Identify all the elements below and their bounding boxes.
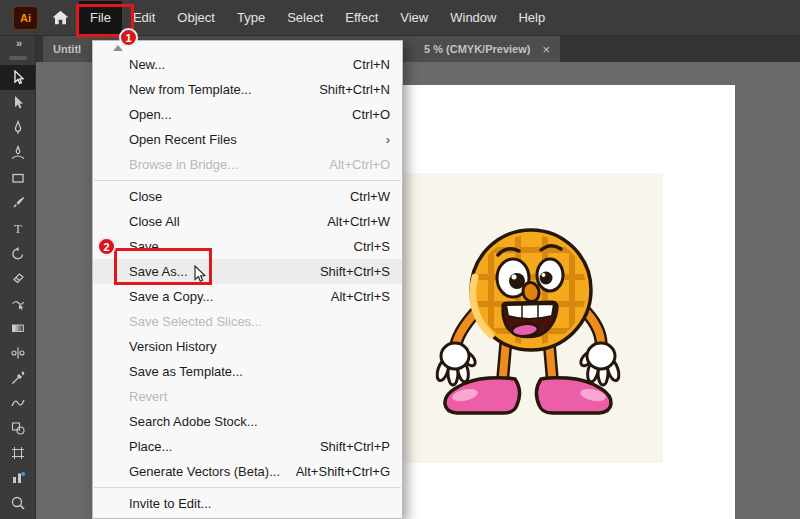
menu-item-label: Version History xyxy=(129,339,216,354)
pen-tool-icon[interactable] xyxy=(0,115,35,140)
menubar-item-effect[interactable]: Effect xyxy=(334,1,389,34)
selection-tool-icon[interactable] xyxy=(0,65,35,90)
direct-selection-tool-icon[interactable] xyxy=(0,90,35,115)
tab-close-icon[interactable]: × xyxy=(542,42,550,57)
menu-item-shortcut: Ctrl+N xyxy=(353,57,390,72)
menubar-item-help[interactable]: Help xyxy=(507,1,556,34)
shaper-tool-icon[interactable] xyxy=(0,290,35,315)
menu-item-open-recent-files[interactable]: Open Recent Files› xyxy=(93,127,402,152)
menubar-item-view[interactable]: View xyxy=(389,1,439,34)
menu-item-shortcut: Alt+Ctrl+S xyxy=(331,289,390,304)
rotate-tool-icon[interactable] xyxy=(0,240,35,265)
menu-item-label: Save a Copy... xyxy=(129,289,213,304)
type-tool-icon[interactable]: T xyxy=(0,215,35,240)
menu-item-save-as-template[interactable]: Save as Template... xyxy=(93,359,402,384)
annotation-step-2-badge: 2 xyxy=(97,237,116,256)
menu-item-save-a-copy[interactable]: Save a Copy...Alt+Ctrl+S xyxy=(93,284,402,309)
menu-item-label: Close All xyxy=(129,214,180,229)
mouse-cursor-icon xyxy=(191,265,208,288)
menubar-item-type[interactable]: Type xyxy=(226,1,276,34)
menu-separator xyxy=(94,180,401,181)
menu-item-shortcut: Shift+Ctrl+S xyxy=(320,264,390,279)
waffle-character-image[interactable] xyxy=(403,173,663,463)
rectangle-tool-icon[interactable] xyxy=(0,165,35,190)
paintbrush-tool-icon[interactable] xyxy=(0,190,35,215)
menu-item-shortcut: Ctrl+S xyxy=(354,239,390,254)
menu-item-close[interactable]: CloseCtrl+W xyxy=(93,184,402,209)
menu-item-shortcut: Shift+Ctrl+P xyxy=(320,439,390,454)
file-menu-items: New...Ctrl+NNew from Template...Shift+Ct… xyxy=(93,52,402,519)
menu-item-open[interactable]: Open...Ctrl+O xyxy=(93,102,402,127)
tools-panel: » T xyxy=(0,36,36,519)
menu-item-shortcut: Ctrl+O xyxy=(352,107,390,122)
menu-item-label: Generate Vectors (Beta)... xyxy=(129,464,280,479)
gradient-tool-icon[interactable] xyxy=(0,315,35,340)
menu-item-label: Close xyxy=(129,189,162,204)
menu-item-label: Invite to Edit... xyxy=(129,496,211,511)
menu-item-shortcut: Alt+Shift+Ctrl+G xyxy=(296,464,390,479)
menu-item-shortcut: Alt+Ctrl+O xyxy=(329,157,390,172)
panel-drag-handle[interactable] xyxy=(9,56,27,60)
menu-item-label: Place... xyxy=(129,439,172,454)
symbol-sprayer-tool-icon[interactable] xyxy=(0,415,35,440)
menu-item-version-history[interactable]: Version History xyxy=(93,334,402,359)
menu-item-shortcut: Ctrl+W xyxy=(350,189,390,204)
menu-item-new-from-template[interactable]: New from Template...Shift+Ctrl+N xyxy=(93,77,402,102)
menu-item-revert[interactable]: Revert xyxy=(93,384,402,409)
menu-item-shortcut: Alt+Ctrl+W xyxy=(327,214,390,229)
graph-tool-icon[interactable] xyxy=(0,465,35,490)
menu-item-label: Browse in Bridge... xyxy=(129,157,238,172)
menu-item-label: Revert xyxy=(129,389,167,404)
annotation-step-1-badge: 1 xyxy=(119,28,138,47)
menu-item-browse-in-bridge[interactable]: Browse in Bridge...Alt+Ctrl+O xyxy=(93,152,402,177)
illustrator-logo-icon[interactable]: Ai xyxy=(13,6,38,30)
menubar-item-select[interactable]: Select xyxy=(276,1,334,34)
eyedropper-tool-icon[interactable] xyxy=(0,365,35,390)
menubar-item-window[interactable]: Window xyxy=(439,1,507,34)
svg-text:T: T xyxy=(14,220,22,235)
menu-item-save-selected-slices[interactable]: Save Selected Slices... xyxy=(93,309,402,334)
curvature-tool-icon[interactable] xyxy=(0,140,35,165)
document-tab-title-right: 5 % (CMYK/Preview) xyxy=(424,43,530,55)
menu-item-generate-vectors-beta[interactable]: Generate Vectors (Beta)...Alt+Shift+Ctrl… xyxy=(93,459,402,484)
menu-item-close-all[interactable]: Close AllAlt+Ctrl+W xyxy=(93,209,402,234)
artboard-tool-icon[interactable] xyxy=(0,440,35,465)
home-icon[interactable] xyxy=(51,9,70,26)
menu-item-place[interactable]: Place...Shift+Ctrl+P xyxy=(93,434,402,459)
document-tab-title-left: Untitl xyxy=(53,43,81,55)
menu-item-new[interactable]: New...Ctrl+N xyxy=(93,52,402,77)
menu-item-shortcut: Shift+Ctrl+N xyxy=(319,82,390,97)
menu-item-label: New... xyxy=(129,57,165,72)
menubar-item-object[interactable]: Object xyxy=(166,1,226,34)
menu-item-invite-to-edit[interactable]: Invite to Edit... xyxy=(93,491,402,516)
width-tool-icon[interactable] xyxy=(0,340,35,365)
menubar-items: FileEditObjectTypeSelectEffectViewWindow… xyxy=(79,1,556,34)
menu-item-label: Open... xyxy=(129,107,172,122)
eraser-tool-icon[interactable] xyxy=(0,265,35,290)
tool-list: T xyxy=(0,65,35,515)
menu-scroll-up-icon[interactable] xyxy=(113,45,123,51)
blend-tool-icon[interactable] xyxy=(0,390,35,415)
menu-separator xyxy=(94,487,401,488)
menu-item-label: Open Recent Files xyxy=(129,132,237,147)
menu-item-label: New from Template... xyxy=(129,82,252,97)
double-chevron-right-icon[interactable]: » xyxy=(0,36,35,49)
menu-item-search-adobe-stock[interactable]: Search Adobe Stock... xyxy=(93,409,402,434)
menu-item-label: Save as Template... xyxy=(129,364,243,379)
submenu-chevron-icon: › xyxy=(386,132,390,147)
menu-item-label: Search Adobe Stock... xyxy=(129,414,258,429)
menu-item-label: Save Selected Slices... xyxy=(129,314,262,329)
zoom-tool-icon[interactable] xyxy=(0,490,35,515)
